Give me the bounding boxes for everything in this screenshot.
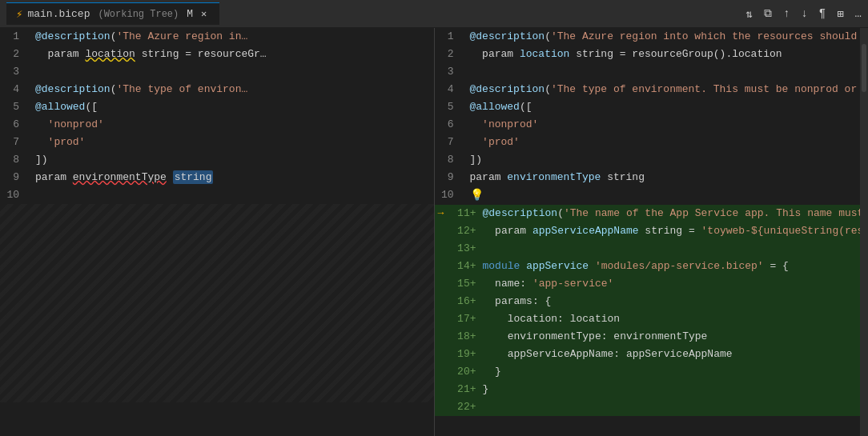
token: } [483, 366, 501, 378]
line-num-1: 1 [0, 28, 32, 46]
scrollbar[interactable] [860, 28, 868, 436]
token: @description [35, 83, 111, 95]
right-line-4: 4 @description('The type of environment.… [435, 81, 869, 98]
right-line-content-2: param location string = resourceGroup().… [467, 46, 869, 63]
tab-context: (Working Tree) [98, 9, 179, 20]
right-line-18: 18+ environmentType: environmentType [435, 328, 869, 346]
right-line-content-19: appServiceAppName: appServiceAppName [480, 346, 869, 363]
copy-icon[interactable]: ⧉ [764, 7, 772, 20]
right-line-1: 1 @description('The Azure region into wh… [435, 28, 869, 46]
para-icon[interactable]: ¶ [819, 7, 826, 20]
line-num-7: 7 [0, 134, 32, 151]
right-line-19: 19+ appServiceAppName: appServiceAppName [435, 346, 869, 363]
line-6: 6 'nonprod' [0, 116, 434, 134]
token: param [470, 171, 508, 183]
right-line-content-1: @description('The Azure region into whic… [467, 28, 869, 46]
token [470, 136, 483, 148]
compare-icon[interactable]: ⇅ [746, 7, 753, 21]
token: ]) [470, 154, 483, 166]
token: 'prod' [482, 136, 520, 148]
token: appServiceAppName: appServiceAppName [483, 348, 733, 360]
split-icon[interactable]: ⊞ [837, 7, 843, 21]
right-line-num-6: 6 [435, 116, 467, 134]
token: environmentType [507, 171, 601, 183]
line-content-5: @allowed([ [32, 98, 434, 116]
token: @allowed [35, 101, 85, 113]
line-num-4: 4 [0, 81, 32, 98]
right-line-num-14: 14+ [448, 258, 480, 275]
line-num-5: 5 [0, 98, 32, 116]
diff-spacer [435, 240, 448, 258]
line-num-8: 8 [0, 151, 32, 169]
right-line-content-16: params: { [480, 293, 869, 310]
line-1: 1 @description('The Azure region in… [0, 28, 434, 46]
right-line-20: 20+ } [435, 363, 869, 381]
diff-spacer [435, 293, 448, 310]
right-line-content-4: @description('The type of environment. T… [467, 81, 869, 98]
line-9: 9 param environmentType string [0, 169, 434, 186]
line-content-2: param location string = resourceGr… [32, 46, 434, 63]
right-line-num-16: 16+ [448, 293, 480, 310]
tab-close-button[interactable]: ✕ [198, 6, 210, 22]
right-line-21: 21+ } [435, 381, 869, 398]
token: 'The Azure region in… [116, 30, 247, 42]
token: 'nonprod' [48, 118, 104, 130]
token: ([ [85, 101, 98, 113]
token: param [35, 171, 73, 183]
token: param [483, 225, 532, 237]
token: 'The Azure region into which the resourc… [551, 30, 868, 42]
token: @description [470, 30, 545, 42]
right-line-5: 5 @allowed([ [435, 98, 869, 116]
diff-spacer [435, 310, 448, 328]
token: environmentType [73, 171, 167, 183]
diff-spacer [435, 222, 448, 240]
token: = { [764, 260, 789, 272]
token: string = [639, 225, 701, 237]
token [470, 118, 483, 130]
right-line-content-11: @description('The name of the App Servic… [480, 205, 869, 222]
diff-spacer [435, 363, 448, 381]
right-line-14: 14+ module appService 'modules/app-servi… [435, 258, 869, 275]
tab-main-bicep[interactable]: ⚡ main.bicep (Working Tree) M ✕ [6, 2, 219, 25]
right-line-num-20: 20+ [448, 363, 480, 381]
up-icon[interactable]: ↑ [783, 7, 790, 20]
token: location [85, 48, 135, 60]
right-line-content-17: location: location [480, 310, 869, 328]
right-line-num-3: 3 [435, 63, 467, 81]
line-content-7: 'prod' [32, 134, 434, 151]
token: } [483, 383, 489, 395]
right-line-content-12: param appServiceAppName string = 'toyweb… [480, 222, 869, 240]
hatch-area [0, 204, 434, 402]
left-editor-pane: 1 @description('The Azure region in… 2 p… [0, 28, 435, 436]
left-code-area: 1 @description('The Azure region in… 2 p… [0, 28, 434, 436]
token: 'The type of environ… [116, 83, 247, 95]
line-7: 7 'prod' [0, 134, 434, 151]
right-line-content-20: } [480, 363, 869, 381]
right-line-2: 2 param location string = resourceGroup(… [435, 46, 869, 63]
right-line-content-10: 💡 [467, 186, 869, 205]
down-icon[interactable]: ↓ [801, 7, 807, 20]
line-5: 5 @allowed([ [0, 98, 434, 116]
token: @description [35, 30, 111, 42]
lightbulb-icon[interactable]: 💡 [470, 189, 484, 202]
right-line-content-6: 'nonprod' [467, 116, 869, 134]
diff-spacer [435, 258, 448, 275]
right-line-9: 9 param environmentType string [435, 169, 869, 186]
right-line-content-9: param environmentType string [467, 169, 869, 186]
right-line-num-2: 2 [435, 46, 467, 63]
right-line-num-9: 9 [435, 169, 467, 186]
token: param [35, 48, 85, 60]
diff-arrow: → [435, 205, 448, 222]
right-line-content-5: @allowed([ [467, 98, 869, 116]
file-icon: ⚡ [16, 7, 22, 21]
right-line-17: 17+ location: location [435, 310, 869, 328]
more-icon[interactable]: … [855, 7, 862, 20]
token: ( [545, 30, 551, 42]
line-content-4: @description('The type of environ… [32, 81, 434, 98]
right-line-content-7: 'prod' [467, 134, 869, 151]
editor-actions: ⇅ ⧉ ↑ ↓ ¶ ⊞ … [746, 7, 862, 21]
right-line-content-14: module appService 'modules/app-service.b… [480, 258, 869, 275]
line-num-10: 10 [0, 186, 32, 204]
token [520, 260, 526, 272]
line-8: 8 ]) [0, 151, 434, 169]
